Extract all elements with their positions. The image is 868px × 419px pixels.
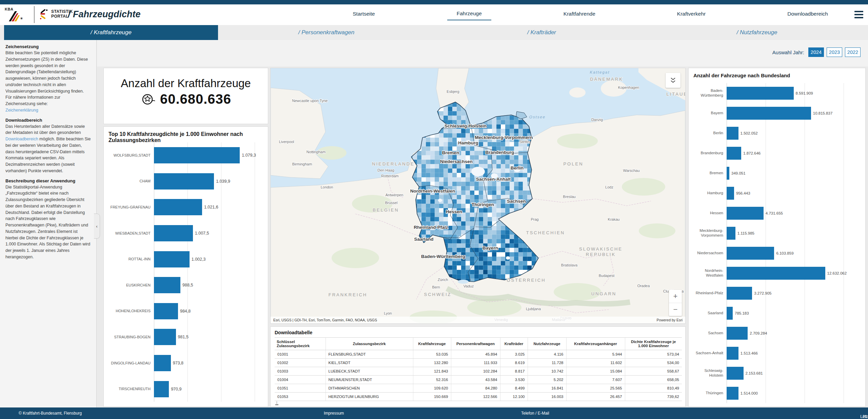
map-attribution-text: Esri, USGS | GDI-TH, Esri, TomTom, Garmi…	[273, 318, 377, 322]
bar-value-label: 1.039,9	[216, 179, 230, 184]
chart-category-label: Bremen	[693, 171, 723, 176]
subtab-personenkraftwagen[interactable]: / Personenkraftwagen	[219, 25, 433, 40]
bar-wiesbaden,stadt[interactable]	[154, 225, 193, 241]
chevron-double-down-icon	[670, 77, 676, 84]
year-selector-label: Auswahl Jahr:	[772, 49, 804, 55]
table-cell: 3.530	[500, 376, 528, 384]
download-table-title: Downloadtabelle	[271, 327, 685, 337]
state-label: Rheinland-Pfalz	[414, 225, 448, 230]
zoom-in-button[interactable]: +	[669, 290, 682, 303]
bar-mecklenburg--vorpommern[interactable]	[727, 227, 735, 240]
bar-berlin[interactable]	[727, 127, 738, 140]
state-label: Sachsen	[507, 199, 526, 204]
bar-brandenburg[interactable]	[727, 147, 741, 160]
chart-row: Niedersachsen6.103.859	[693, 243, 861, 263]
sidebar-collapse-handle[interactable]: ‹	[94, 214, 100, 239]
bar-nordrhein--westfalen[interactable]	[727, 267, 825, 280]
subtab-kraftfahrzeuge[interactable]: / Kraftfahrzeuge	[4, 25, 218, 40]
year-button-2023[interactable]: 2023	[827, 47, 842, 57]
bar-rheinland-pfalz[interactable]	[727, 287, 752, 300]
bar-value-label: 3.272.905	[754, 291, 771, 295]
table-row[interactable]: 01051DITHMARSCHEN109.62084.2808.49916.84…	[275, 384, 682, 393]
table-cell: 45.894	[451, 350, 500, 359]
table-header-2[interactable]: Kraftfahrzeuge	[413, 338, 451, 350]
subtab-nutzfahrzeuge[interactable]: / Nutzfahrzeuge	[650, 25, 864, 40]
table-header-3[interactable]: Personenkraftwagen	[451, 338, 500, 350]
bar-rottal-inn[interactable]	[154, 251, 190, 267]
nav-item-downloadbereich[interactable]: Downloadbereich	[778, 9, 837, 20]
table-header-4[interactable]: Krafträder	[500, 338, 528, 350]
subtab-krafträder[interactable]: / Krafträder	[435, 25, 649, 40]
impressum-link[interactable]: Impressum	[324, 411, 344, 416]
chart-category-label: Mecklenburg- Vorpommern	[693, 228, 723, 238]
app-header: KBA ✶ STATISTIK PORTAL / Fahrzeugdichte …	[0, 4, 868, 25]
bar-saarland[interactable]	[727, 307, 733, 320]
zeichenerklaerung-link[interactable]: Zeichenerklärung	[5, 108, 38, 113]
table-row[interactable]: 01002KIEL,STADT132.280111.9338.61911.728…	[275, 359, 682, 367]
table-header-0[interactable]: Schlüssel Zulassungsbezirk	[275, 338, 326, 350]
table-header-5[interactable]: Nutzfahrzeuge	[528, 338, 566, 350]
map-canvas[interactable]: KattegatOstseeDÄNEMARKLITAUENPOLENNIEDER…	[271, 68, 685, 323]
nav-item-startseite[interactable]: Startseite	[343, 9, 384, 20]
table-row[interactable]: 01053HERZOGTUM LAUENBURG150.669122.56612…	[275, 393, 682, 401]
nav-item-fahrzeuge[interactable]: Fahrzeuge	[447, 9, 491, 20]
table-header-6[interactable]: Kraftfahrzeuganhänger	[566, 338, 625, 350]
map-zoom-control: + −	[669, 290, 682, 316]
chart-category-label: FREYUNG-GRAFENAU	[108, 205, 151, 210]
bar-dingolfing-landau[interactable]	[154, 355, 171, 371]
last-update: Letztes Datenupdate: 21.01.25, 16:07	[860, 411, 863, 416]
bar-value-label: 981,5	[178, 335, 189, 339]
chart-category-label: Rheinland-Pfalz	[693, 291, 723, 296]
kba-logo[interactable]: KBA ✶	[5, 7, 28, 23]
table-row[interactable]: 01003LUEBECK,STADT121.843102.2848.81710.…	[275, 367, 682, 376]
downloadbereich-link[interactable]: Downloadbereich	[5, 137, 38, 141]
table-cell: 15.084	[566, 367, 625, 376]
bar-wolfsburg,stadt[interactable]	[154, 147, 240, 163]
bar-value-label: 2.709.284	[750, 331, 767, 335]
year-button-2024[interactable]: 2024	[808, 47, 824, 57]
island-fyn	[569, 87, 586, 98]
table-cell: 7.607	[566, 376, 625, 384]
table-row[interactable]: 01001FLENSBURG,STADT53.03545.8943.0254.1…	[275, 350, 682, 359]
year-button-2022[interactable]: 2022	[845, 47, 861, 57]
chart-category-label: Brandenburg	[693, 151, 723, 156]
table-cell: 658,05	[625, 376, 682, 384]
map-collapse-button[interactable]	[666, 73, 680, 88]
city-label: Den Haag	[377, 168, 394, 172]
bar-straubing-bogen[interactable]	[154, 329, 176, 345]
bar-baden--württemberg[interactable]	[727, 87, 794, 100]
bar-hamburg[interactable]	[727, 187, 734, 200]
city-label: Kopenhagen	[618, 85, 639, 89]
bar-tirschenreuth[interactable]	[154, 381, 169, 397]
bar-bayern[interactable]	[727, 107, 811, 120]
table-header-7[interactable]: Dichte Kraftfahrzeuge je 1.000 Einwohner	[625, 338, 682, 350]
top10-chart-title: Top 10 Kraftfahrzeugdichte je 1.000 Einw…	[104, 127, 268, 144]
contact-link[interactable]: Telefon / E-Mail	[521, 411, 549, 416]
table-cell: 102.284	[451, 367, 500, 376]
bar-euskirchen[interactable]	[154, 277, 180, 293]
table-cell: 84.280	[451, 384, 500, 393]
nav-item-kraftverkehr[interactable]: Kraftverkehr	[668, 9, 715, 20]
bar-value-label: 1.021,6	[204, 205, 218, 210]
zoom-out-button[interactable]: −	[669, 303, 682, 316]
bar-schleswig--holstein[interactable]	[727, 367, 744, 380]
table-cell: 53.035	[413, 350, 451, 359]
bar-freyung-grafenau[interactable]	[154, 199, 202, 215]
bar-thüringen[interactable]	[727, 387, 738, 400]
state-label: Nordrhein-Westfalen	[410, 188, 455, 194]
bar-sachsen[interactable]	[727, 327, 748, 340]
table-download-icon[interactable]: ↓	[275, 400, 278, 405]
bar-sachsen-anhalt[interactable]	[727, 347, 738, 360]
menu-icon[interactable]	[854, 11, 863, 18]
bar-bremen[interactable]	[727, 167, 729, 180]
table-row[interactable]: 01004NEUMUENSTER,STADT52.31643.5843.5305…	[275, 376, 682, 384]
bar-hohenlohekreis[interactable]	[154, 303, 178, 319]
toolbar-band	[97, 40, 868, 66]
bar-cham[interactable]	[154, 173, 214, 189]
chart-category-label: Baden- Württemberg	[693, 88, 723, 98]
bar-niedersachsen[interactable]	[727, 247, 774, 260]
powered-by-esri: Powered by Esri	[657, 318, 683, 322]
table-header-1[interactable]: Zulassungsbezirk	[326, 338, 413, 350]
bar-hessen[interactable]	[727, 207, 764, 220]
nav-item-kraftfahrende[interactable]: Kraftfahrende	[554, 9, 605, 20]
